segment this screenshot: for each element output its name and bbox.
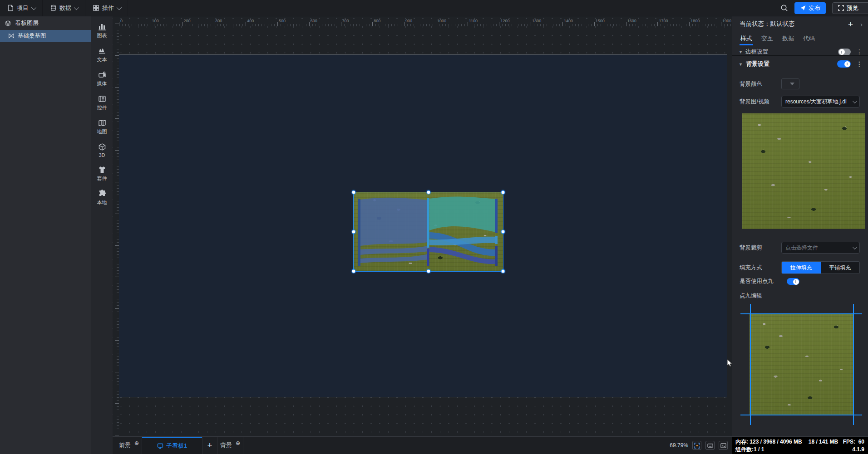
foreground-tab[interactable]: 前景 ⊕ [116,437,142,454]
chevron-down-icon [853,99,857,103]
tool-local[interactable]: 本地 [91,190,113,206]
section-toggle[interactable] [838,49,851,55]
resize-handle-w[interactable] [352,230,356,234]
fill-stretch-option[interactable]: 拉伸填充 [782,262,821,273]
background-section-header[interactable]: ▾ 背景设置 ⋮ [732,56,868,72]
resize-handle-n[interactable] [426,190,430,195]
chevron-down-icon [74,5,79,10]
add-state-icon[interactable]: + [848,20,853,29]
performance-status-box: 内存: 123 / 3968 / 4096 MB 18 / 141 MB FPS… [732,437,868,454]
media-icon [98,71,106,79]
publish-label: 发布 [809,4,820,12]
circle-plus-icon[interactable]: ⊕ [236,440,240,446]
publish-button[interactable]: 发布 [794,2,826,14]
fps-value: 60 [858,439,864,445]
layers-panel-title: 看板图层 [15,19,39,27]
preview-label: 预览 [847,4,858,12]
ninepatch-guide-right[interactable] [853,304,854,425]
caret-down-icon: ▾ [740,62,742,67]
layer-item-label: 基础桑基图 [18,32,46,40]
tool-label: 控件 [97,104,107,111]
ninepatch-editor[interactable] [732,304,868,431]
circle-plus-icon[interactable]: ⊕ [134,440,139,446]
resize-handle-ne[interactable] [501,190,505,195]
mouse-cursor [727,359,732,367]
resize-handle-nw[interactable] [352,190,356,195]
foreground-label: 前景 [119,441,131,449]
background-image-preview [742,113,865,229]
tool-3d[interactable]: 3D [91,143,113,158]
resize-handle-se[interactable] [501,269,505,273]
memory-value: 123 / 3968 / 4096 MB [750,439,802,445]
tool-text[interactable]: 文本 [91,47,113,63]
ruler-label: 700 [342,19,349,23]
background-color-label: 背景颜色 [740,80,781,88]
ruler-label: 0 [120,19,123,23]
fit-screen-button[interactable] [692,441,701,450]
subboard-tab[interactable]: 子看板1 [142,437,202,454]
tab-interaction[interactable]: 交互 [761,34,773,44]
console-button[interactable] [719,441,728,450]
ninepatch-toggle[interactable] [787,278,799,285]
background-image-select[interactable]: resources/大面积草地.j.di [781,96,860,107]
ninepatch-guide-bottom[interactable] [740,415,862,415]
ruler-label: 1200 [500,19,509,23]
resize-handle-sw[interactable] [352,269,356,273]
resize-handle-e[interactable] [501,230,505,234]
fill-tile-option[interactable]: 平铺填充 [821,262,860,273]
zoom-level[interactable]: 69.79% [670,442,688,449]
bottom-bar: 前景 ⊕ 子看板1 + 背景 ⊕ 69.79% [113,436,868,454]
chart-icon [98,23,106,31]
memory-extra: 18 / 141 MB [809,439,838,445]
tab-data[interactable]: 数据 [782,34,794,44]
tool-kit[interactable]: 套件 [91,166,113,182]
text-icon [98,47,106,55]
sankey-icon [8,33,15,39]
subboard-tab-label: 子看板1 [166,442,187,450]
background-label: 背景 [220,441,232,449]
preview-button[interactable]: 预览 [832,2,868,14]
kebab-menu-icon[interactable]: ⋮ [856,49,863,55]
board-icon [157,443,163,449]
canvas-workspace[interactable]: 0100200300400500600700800900100011001200… [113,16,732,436]
ruler-label: 1300 [532,19,541,23]
tool-map[interactable]: 地图 [91,119,113,135]
menu-data-label: 数据 [59,4,71,12]
menu-operate[interactable]: 操作 [85,0,128,16]
tool-media[interactable]: 媒体 [91,71,113,87]
tab-style[interactable]: 样式 [740,34,752,44]
menu-operate-label: 操作 [102,4,114,12]
ruler-horizontal: 0100200300400500600700800900100011001200… [119,16,732,26]
tool-label: 地图 [97,128,107,135]
inspector-tabs: 样式 交互 数据 代码 [732,32,868,47]
chevron-right-icon[interactable]: › [860,20,863,28]
background-color-picker[interactable] [781,78,799,89]
layers-panel: 看板图层 基础桑基图 [0,16,91,454]
search-icon[interactable] [780,4,788,12]
dashboard-editor-app: 项目 数据 操作 发布 预览 [0,0,868,454]
background-enabled-toggle[interactable] [837,60,851,68]
selected-sankey-component[interactable] [354,192,503,271]
layer-item-sankey[interactable]: 基础桑基图 [0,30,91,42]
tool-label: 本地 [97,199,107,206]
ruler-vertical: -100010020030040050060070080090010001100… [113,24,119,436]
tab-code[interactable]: 代码 [803,34,815,44]
widget-icon [98,95,106,103]
keyboard-shortcuts-button[interactable] [705,441,715,450]
ninepatch-guide-top[interactable] [740,313,862,314]
sankey-chart [354,192,503,271]
background-tab[interactable]: 背景 ⊕ [217,437,243,454]
ninepatch-guide-left[interactable] [750,304,751,425]
kebab-menu-icon[interactable]: ⋮ [856,61,863,67]
add-board-button[interactable]: + [202,437,217,454]
background-crop-select[interactable]: 点击选择文件 [781,242,860,254]
ruler-label: 1500 [596,19,605,23]
menu-data[interactable]: 数据 [43,0,85,16]
menu-project[interactable]: 项目 [0,0,43,16]
tool-label: 套件 [97,175,107,182]
caret-down-icon[interactable]: ▾ [740,49,742,54]
tool-widgets[interactable]: 控件 [91,95,113,111]
resize-handle-s[interactable] [426,269,430,273]
paper-plane-icon [800,5,806,11]
tool-charts[interactable]: 图表 [91,23,113,39]
